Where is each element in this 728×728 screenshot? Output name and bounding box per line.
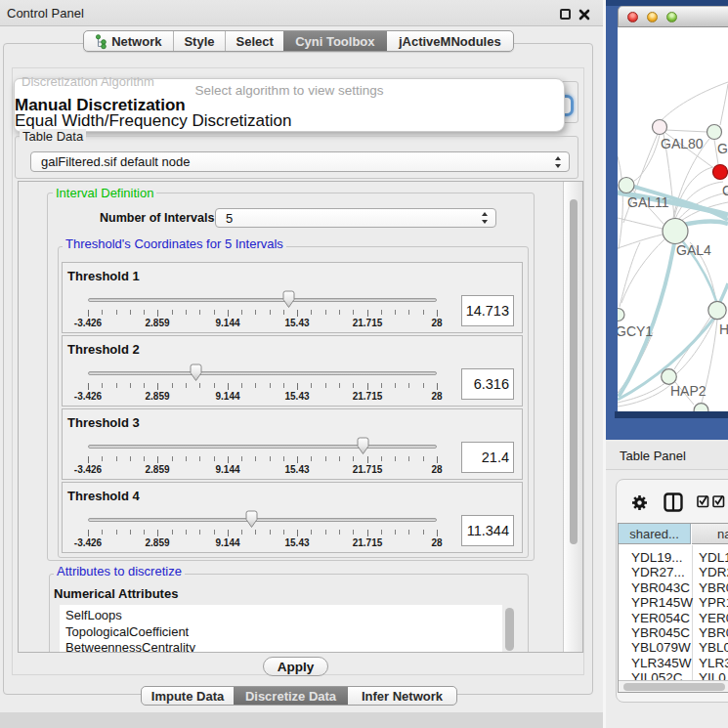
svg-text:GAL80: GAL80 [661, 136, 704, 151]
svg-text:GCY1: GCY1 [618, 323, 653, 339]
svg-text:C: C [722, 183, 728, 198]
svg-text:GA: GA [717, 141, 728, 156]
svg-text:GAL4: GAL4 [676, 242, 711, 258]
svg-text:GAL11: GAL11 [627, 194, 669, 210]
svg-text:HAP2: HAP2 [670, 383, 707, 399]
svg-text:H: H [719, 321, 728, 337]
